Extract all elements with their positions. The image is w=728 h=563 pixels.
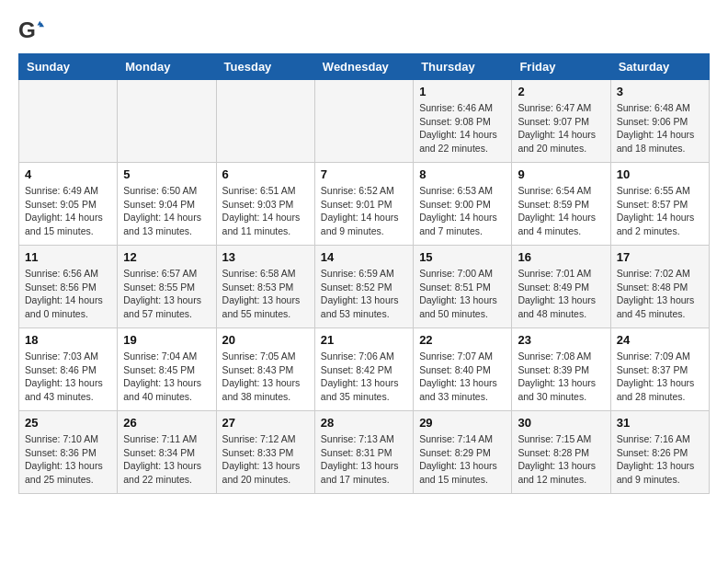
- day-number: 22: [419, 333, 506, 347]
- day-info: Sunrise: 6:48 AM Sunset: 9:06 PM Dayligh…: [617, 101, 703, 155]
- day-info: Sunrise: 6:54 AM Sunset: 8:59 PM Dayligh…: [518, 184, 604, 238]
- day-header-thursday: Thursday: [414, 54, 512, 80]
- day-number: 21: [321, 333, 407, 347]
- day-info: Sunrise: 6:50 AM Sunset: 9:04 PM Dayligh…: [123, 184, 210, 238]
- calendar-cell: 25Sunrise: 7:10 AM Sunset: 8:36 PM Dayli…: [19, 411, 118, 494]
- calendar-cell: [19, 80, 118, 163]
- day-number: 24: [617, 333, 703, 347]
- day-number: 9: [518, 167, 604, 181]
- day-info: Sunrise: 7:02 AM Sunset: 8:48 PM Dayligh…: [617, 267, 703, 321]
- calendar-cell: 14Sunrise: 6:59 AM Sunset: 8:52 PM Dayli…: [314, 246, 413, 328]
- calendar-cell: 23Sunrise: 7:08 AM Sunset: 8:39 PM Dayli…: [512, 328, 610, 411]
- calendar-cell: 5Sunrise: 6:50 AM Sunset: 9:04 PM Daylig…: [118, 163, 216, 246]
- day-number: 4: [25, 167, 111, 181]
- day-info: Sunrise: 6:56 AM Sunset: 8:56 PM Dayligh…: [25, 267, 111, 321]
- calendar-week-row: 11Sunrise: 6:56 AM Sunset: 8:56 PM Dayli…: [19, 246, 710, 328]
- day-number: 27: [222, 416, 309, 430]
- calendar-cell: 10Sunrise: 6:55 AM Sunset: 8:57 PM Dayli…: [610, 163, 709, 246]
- day-info: Sunrise: 7:12 AM Sunset: 8:33 PM Dayligh…: [222, 432, 309, 487]
- calendar-cell: 2Sunrise: 6:47 AM Sunset: 9:07 PM Daylig…: [512, 80, 610, 163]
- calendar-cell: 17Sunrise: 7:02 AM Sunset: 8:48 PM Dayli…: [610, 246, 709, 328]
- day-number: 8: [419, 167, 506, 181]
- day-number: 10: [617, 167, 703, 181]
- calendar-cell: 27Sunrise: 7:12 AM Sunset: 8:33 PM Dayli…: [216, 411, 314, 494]
- day-header-monday: Monday: [118, 54, 216, 80]
- calendar-cell: 28Sunrise: 7:13 AM Sunset: 8:31 PM Dayli…: [314, 411, 413, 494]
- day-info: Sunrise: 7:04 AM Sunset: 8:45 PM Dayligh…: [123, 350, 210, 404]
- day-info: Sunrise: 7:11 AM Sunset: 8:34 PM Dayligh…: [123, 432, 210, 487]
- day-number: 6: [222, 167, 309, 181]
- calendar-cell: 16Sunrise: 7:01 AM Sunset: 8:49 PM Dayli…: [512, 246, 610, 328]
- day-number: 3: [617, 85, 703, 98]
- day-number: 19: [123, 333, 210, 347]
- calendar-cell: 15Sunrise: 7:00 AM Sunset: 8:51 PM Dayli…: [414, 246, 512, 328]
- day-info: Sunrise: 7:16 AM Sunset: 8:26 PM Dayligh…: [617, 432, 703, 487]
- day-info: Sunrise: 7:13 AM Sunset: 8:31 PM Dayligh…: [321, 432, 407, 487]
- day-number: 2: [518, 85, 604, 98]
- day-info: Sunrise: 6:58 AM Sunset: 8:53 PM Dayligh…: [222, 267, 309, 321]
- calendar-cell: 18Sunrise: 7:03 AM Sunset: 8:46 PM Dayli…: [19, 328, 118, 411]
- day-info: Sunrise: 6:46 AM Sunset: 9:08 PM Dayligh…: [419, 101, 506, 155]
- calendar-cell: 24Sunrise: 7:09 AM Sunset: 8:37 PM Dayli…: [610, 328, 709, 411]
- day-info: Sunrise: 7:07 AM Sunset: 8:40 PM Dayligh…: [419, 350, 506, 404]
- calendar-week-row: 18Sunrise: 7:03 AM Sunset: 8:46 PM Dayli…: [19, 328, 710, 411]
- day-info: Sunrise: 7:01 AM Sunset: 8:49 PM Dayligh…: [518, 267, 604, 321]
- day-number: 18: [25, 333, 111, 347]
- day-info: Sunrise: 6:57 AM Sunset: 8:55 PM Dayligh…: [123, 267, 210, 321]
- calendar-cell: 11Sunrise: 6:56 AM Sunset: 8:56 PM Dayli…: [19, 246, 118, 328]
- day-number: 14: [321, 250, 407, 264]
- logo-icon: G: [18, 18, 44, 44]
- day-number: 11: [25, 250, 111, 264]
- day-number: 15: [419, 250, 506, 264]
- day-header-saturday: Saturday: [610, 54, 709, 80]
- day-info: Sunrise: 7:09 AM Sunset: 8:37 PM Dayligh…: [617, 350, 703, 404]
- calendar-cell: 9Sunrise: 6:54 AM Sunset: 8:59 PM Daylig…: [512, 163, 610, 246]
- day-header-friday: Friday: [512, 54, 610, 80]
- day-number: 13: [222, 250, 309, 264]
- day-number: 20: [222, 333, 309, 347]
- calendar-cell: 21Sunrise: 7:06 AM Sunset: 8:42 PM Dayli…: [314, 328, 413, 411]
- calendar-cell: 12Sunrise: 6:57 AM Sunset: 8:55 PM Dayli…: [118, 246, 216, 328]
- logo: G: [18, 18, 46, 44]
- calendar-cell: [216, 80, 314, 163]
- calendar-cell: 31Sunrise: 7:16 AM Sunset: 8:26 PM Dayli…: [610, 411, 709, 494]
- calendar-cell: [314, 80, 413, 163]
- day-number: 12: [123, 250, 210, 264]
- day-info: Sunrise: 7:08 AM Sunset: 8:39 PM Dayligh…: [518, 350, 604, 404]
- calendar-week-row: 25Sunrise: 7:10 AM Sunset: 8:36 PM Dayli…: [19, 411, 710, 494]
- day-info: Sunrise: 7:10 AM Sunset: 8:36 PM Dayligh…: [25, 432, 111, 487]
- day-header-sunday: Sunday: [19, 54, 118, 80]
- svg-text:G: G: [18, 18, 36, 42]
- calendar-week-row: 4Sunrise: 6:49 AM Sunset: 9:05 PM Daylig…: [19, 163, 710, 246]
- day-info: Sunrise: 7:14 AM Sunset: 8:29 PM Dayligh…: [419, 432, 506, 487]
- calendar-cell: 13Sunrise: 6:58 AM Sunset: 8:53 PM Dayli…: [216, 246, 314, 328]
- day-number: 16: [518, 250, 604, 264]
- day-number: 1: [419, 85, 506, 98]
- day-info: Sunrise: 7:15 AM Sunset: 8:28 PM Dayligh…: [518, 432, 604, 487]
- calendar-cell: 20Sunrise: 7:05 AM Sunset: 8:43 PM Dayli…: [216, 328, 314, 411]
- day-number: 23: [518, 333, 604, 347]
- calendar-cell: 19Sunrise: 7:04 AM Sunset: 8:45 PM Dayli…: [118, 328, 216, 411]
- day-header-tuesday: Tuesday: [216, 54, 314, 80]
- calendar-table: SundayMondayTuesdayWednesdayThursdayFrid…: [18, 53, 710, 494]
- day-info: Sunrise: 6:49 AM Sunset: 9:05 PM Dayligh…: [25, 184, 111, 238]
- day-number: 25: [25, 416, 111, 430]
- calendar-cell: 8Sunrise: 6:53 AM Sunset: 9:00 PM Daylig…: [414, 163, 512, 246]
- calendar-cell: [118, 80, 216, 163]
- calendar-week-row: 1Sunrise: 6:46 AM Sunset: 9:08 PM Daylig…: [19, 80, 710, 163]
- day-info: Sunrise: 7:06 AM Sunset: 8:42 PM Dayligh…: [321, 350, 407, 404]
- day-info: Sunrise: 6:52 AM Sunset: 9:01 PM Dayligh…: [321, 184, 407, 238]
- day-number: 7: [321, 167, 407, 181]
- day-number: 31: [617, 416, 703, 430]
- day-number: 29: [419, 416, 506, 430]
- day-info: Sunrise: 6:59 AM Sunset: 8:52 PM Dayligh…: [321, 267, 407, 321]
- day-number: 30: [518, 416, 604, 430]
- day-number: 5: [123, 167, 210, 181]
- calendar-cell: 29Sunrise: 7:14 AM Sunset: 8:29 PM Dayli…: [414, 411, 512, 494]
- calendar-cell: 1Sunrise: 6:46 AM Sunset: 9:08 PM Daylig…: [414, 80, 512, 163]
- calendar-cell: 6Sunrise: 6:51 AM Sunset: 9:03 PM Daylig…: [216, 163, 314, 246]
- day-info: Sunrise: 6:51 AM Sunset: 9:03 PM Dayligh…: [222, 184, 309, 238]
- calendar-cell: 4Sunrise: 6:49 AM Sunset: 9:05 PM Daylig…: [19, 163, 118, 246]
- calendar-cell: 22Sunrise: 7:07 AM Sunset: 8:40 PM Dayli…: [414, 328, 512, 411]
- day-info: Sunrise: 6:47 AM Sunset: 9:07 PM Dayligh…: [518, 101, 604, 155]
